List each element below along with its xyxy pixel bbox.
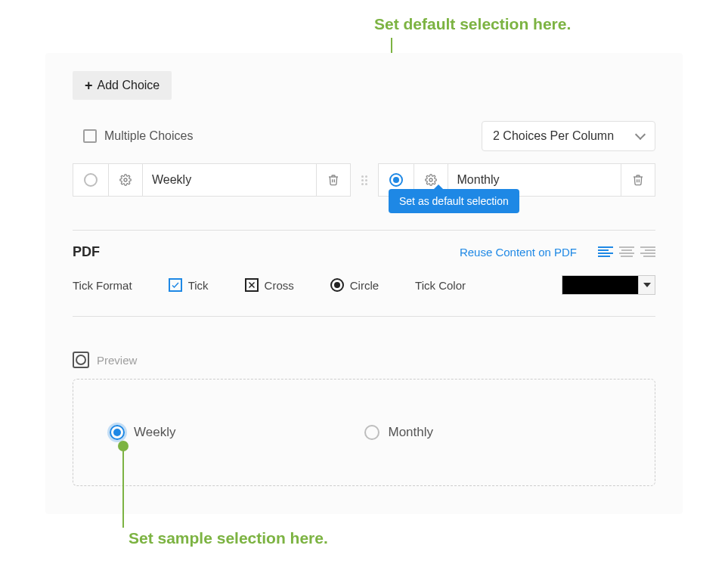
delete-choice-button[interactable] — [317, 164, 350, 196]
tick-format-label: Tick Format — [73, 279, 132, 292]
columns-select[interactable]: 2 Choices Per Column — [482, 121, 655, 151]
radio-icon — [84, 173, 98, 187]
preview-header: Preview — [73, 352, 655, 368]
choice-settings-button[interactable] — [109, 164, 143, 196]
svg-point-0 — [124, 178, 127, 181]
align-group — [598, 246, 655, 259]
add-choice-button[interactable]: + Add Choice — [73, 71, 172, 100]
gear-icon — [119, 174, 132, 186]
checkbox-icon — [83, 129, 97, 143]
options-row: Multiple Choices 2 Choices Per Column — [73, 121, 655, 151]
preview-option-label: Weekly — [134, 425, 175, 440]
trash-icon — [327, 174, 339, 186]
preview-option-label: Monthly — [389, 425, 434, 440]
align-right-button[interactable] — [640, 246, 655, 259]
multiple-choices-label: Multiple Choices — [104, 129, 193, 143]
preview-option[interactable]: Monthly — [364, 425, 619, 440]
tick-format-tick[interactable]: Tick — [169, 278, 209, 292]
chevron-down-icon — [638, 276, 655, 294]
tick-color-label: Tick Color — [415, 279, 466, 292]
annotation-bottom: Set sample selection here. — [129, 529, 328, 547]
columns-select-value: 2 Choices Per Column — [493, 129, 614, 142]
default-selection-tooltip: Set as default selection — [389, 189, 519, 213]
section-divider — [73, 316, 655, 317]
tick-icon — [169, 278, 182, 292]
preview-icon — [73, 352, 89, 368]
plus-icon: + — [85, 79, 93, 92]
delete-choice-button[interactable] — [621, 164, 655, 196]
reuse-content-link[interactable]: Reuse Content on PDF — [460, 246, 577, 259]
multiple-choices-checkbox[interactable]: Multiple Choices — [83, 129, 193, 143]
tick-format-cross[interactable]: Cross — [245, 278, 294, 292]
align-center-button[interactable] — [619, 246, 634, 259]
radio-icon — [110, 425, 125, 440]
add-choice-label: Add Choice — [98, 79, 160, 92]
preview-option[interactable]: Weekly — [110, 425, 364, 440]
radio-icon — [364, 425, 379, 440]
drag-handle[interactable] — [361, 175, 367, 185]
tick-format-circle[interactable]: Circle — [330, 278, 379, 292]
annotation-line-bottom — [122, 446, 124, 528]
radio-icon — [389, 173, 403, 187]
svg-point-1 — [429, 178, 432, 181]
tick-format-row: Tick Format Tick Cross Circle Tick Color — [73, 275, 655, 295]
align-left-button[interactable] — [598, 246, 613, 259]
pdf-title: PDF — [73, 244, 100, 260]
choice-item: Weekly — [73, 163, 351, 197]
preview-box: Weekly Monthly — [73, 379, 655, 486]
choice-row: Weekly — [73, 163, 655, 197]
color-swatch — [562, 276, 638, 294]
tick-color-picker[interactable] — [562, 275, 655, 295]
trash-icon — [632, 174, 644, 186]
choice-label-input[interactable]: Weekly — [143, 164, 317, 196]
config-panel: + Add Choice Multiple Choices 2 Choices … — [45, 53, 683, 514]
preview-label: Preview — [97, 354, 137, 367]
annotation-top: Set default selection here. — [374, 15, 714, 33]
circle-icon — [330, 278, 344, 292]
cross-icon — [245, 278, 259, 292]
default-radio[interactable] — [73, 164, 109, 196]
pdf-header-row: PDF Reuse Content on PDF — [73, 244, 655, 260]
section-divider — [73, 230, 655, 231]
